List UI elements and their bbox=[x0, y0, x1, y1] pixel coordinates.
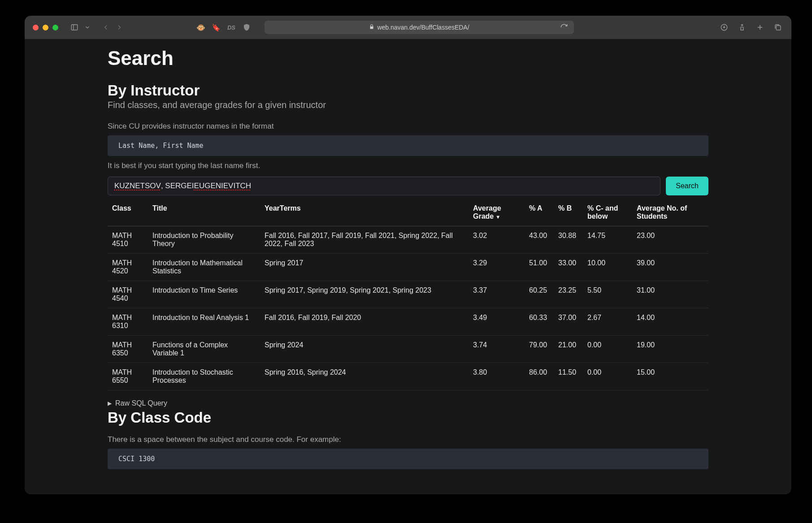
class-code-example: CSCI 1300 bbox=[108, 449, 708, 469]
table-row: MATH 4510Introduction to Probability The… bbox=[108, 226, 708, 254]
page-content: Search By Instructor Find classes, and a… bbox=[25, 39, 791, 494]
cell-title: Introduction to Stochastic Processes bbox=[148, 363, 260, 390]
svg-rect-5 bbox=[776, 26, 781, 30]
forward-button[interactable] bbox=[114, 22, 125, 33]
input-text-part: KUZNETSOV bbox=[114, 182, 161, 190]
page-title: Search bbox=[108, 47, 708, 69]
format-note-before: Since CU provides instructor names in th… bbox=[108, 122, 708, 131]
cell-pct-c: 0.00 bbox=[583, 363, 632, 390]
class-code-note: There is a space between the subject and… bbox=[108, 435, 708, 444]
browser-window: 🐵 🔖 DS web.navan.dev/BuffClassesEDA/ bbox=[25, 16, 791, 494]
cell-pct-b: 11.50 bbox=[554, 363, 583, 390]
cell-terms: Spring 2017, Spring 2019, Spring 2021, S… bbox=[260, 281, 469, 308]
cell-title: Introduction to Time Series bbox=[148, 281, 260, 308]
cell-avg: 3.74 bbox=[469, 336, 525, 363]
extension-icon-1[interactable]: 🐵 bbox=[195, 22, 206, 33]
tabs-overview-icon[interactable] bbox=[773, 22, 783, 33]
cell-avg: 3.02 bbox=[469, 226, 525, 254]
cell-students: 39.00 bbox=[632, 254, 708, 281]
raw-sql-disclosure[interactable]: ▶ Raw SQL Query bbox=[108, 399, 708, 407]
cell-class: MATH 4540 bbox=[108, 281, 148, 308]
class-code-heading: By Class Code bbox=[108, 409, 708, 426]
col-header-class[interactable]: Class bbox=[108, 199, 148, 226]
col-header-avg-grade[interactable]: Average Grade▼ bbox=[469, 199, 525, 226]
sidebar-toggle-icon[interactable] bbox=[69, 22, 80, 33]
traffic-lights bbox=[33, 25, 58, 30]
results-table: Class Title YearTerms Average Grade▼ % A… bbox=[108, 199, 708, 390]
back-button[interactable] bbox=[100, 22, 111, 33]
cell-title: Introduction to Probability Theory bbox=[148, 226, 260, 254]
cell-pct-c: 0.00 bbox=[583, 336, 632, 363]
cell-pct-a: 60.25 bbox=[525, 281, 554, 308]
share-icon[interactable] bbox=[737, 22, 747, 33]
cell-class: MATH 6310 bbox=[108, 308, 148, 336]
search-button[interactable]: Search bbox=[666, 177, 708, 195]
downloads-icon[interactable] bbox=[719, 22, 729, 33]
col-header-pct-b[interactable]: % B bbox=[554, 199, 583, 226]
cell-avg: 3.37 bbox=[469, 281, 525, 308]
shield-icon[interactable] bbox=[241, 22, 252, 33]
disclosure-label: Raw SQL Query bbox=[115, 399, 167, 407]
instructor-search-input[interactable]: KUZNETSOV, SERGEI EUGENIEVITCH bbox=[108, 177, 660, 195]
cell-pct-b: 23.25 bbox=[554, 281, 583, 308]
maximize-window-button[interactable] bbox=[52, 25, 58, 30]
extension-icon-3[interactable]: DS bbox=[226, 22, 237, 33]
col-header-title[interactable]: Title bbox=[148, 199, 260, 226]
format-example: Last Name, First Name bbox=[108, 135, 708, 156]
cell-avg: 3.49 bbox=[469, 308, 525, 336]
cell-terms: Spring 2024 bbox=[260, 336, 469, 363]
cell-pct-c: 5.50 bbox=[583, 281, 632, 308]
table-row: MATH 6550Introduction to Stochastic Proc… bbox=[108, 363, 708, 390]
minimize-window-button[interactable] bbox=[43, 25, 48, 30]
url-text: web.navan.dev/BuffClassesEDA/ bbox=[377, 24, 469, 31]
table-row: MATH 4540Introduction to Time SeriesSpri… bbox=[108, 281, 708, 308]
instructor-heading: By Instructor bbox=[108, 82, 708, 99]
cell-pct-c: 10.00 bbox=[583, 254, 632, 281]
cell-avg: 3.29 bbox=[469, 254, 525, 281]
disclosure-triangle-icon: ▶ bbox=[108, 400, 112, 406]
cell-students: 15.00 bbox=[632, 363, 708, 390]
format-note-after: It is best if you start typing the last … bbox=[108, 161, 708, 170]
col-header-pct-c[interactable]: % C- and below bbox=[583, 199, 632, 226]
cell-title: Introduction to Real Analysis 1 bbox=[148, 308, 260, 336]
cell-pct-a: 79.00 bbox=[525, 336, 554, 363]
input-text-part: , SERGEI bbox=[161, 182, 194, 190]
svg-rect-0 bbox=[71, 25, 78, 30]
cell-pct-b: 37.00 bbox=[554, 308, 583, 336]
cell-pct-a: 86.00 bbox=[525, 363, 554, 390]
cell-pct-b: 30.88 bbox=[554, 226, 583, 254]
cell-students: 19.00 bbox=[632, 336, 708, 363]
table-header-row: Class Title YearTerms Average Grade▼ % A… bbox=[108, 199, 708, 226]
col-header-terms[interactable]: YearTerms bbox=[260, 199, 469, 226]
cell-class: MATH 6550 bbox=[108, 363, 148, 390]
cell-pct-a: 51.00 bbox=[525, 254, 554, 281]
col-header-students[interactable]: Average No. of Students bbox=[632, 199, 708, 226]
cell-terms: Spring 2017 bbox=[260, 254, 469, 281]
titlebar: 🐵 🔖 DS web.navan.dev/BuffClassesEDA/ bbox=[25, 16, 791, 39]
cell-pct-a: 60.33 bbox=[525, 308, 554, 336]
cell-pct-a: 43.00 bbox=[525, 226, 554, 254]
cell-title: Introduction to Mathematical Statistics bbox=[148, 254, 260, 281]
extension-icon-2[interactable]: 🔖 bbox=[211, 22, 221, 33]
sort-desc-icon: ▼ bbox=[495, 214, 500, 220]
col-header-pct-a[interactable]: % A bbox=[525, 199, 554, 226]
table-row: MATH 6310Introduction to Real Analysis 1… bbox=[108, 308, 708, 336]
table-row: MATH 4520Introduction to Mathematical St… bbox=[108, 254, 708, 281]
reload-icon[interactable] bbox=[559, 22, 569, 33]
cell-class: MATH 6350 bbox=[108, 336, 148, 363]
cell-terms: Fall 2016, Fall 2017, Fall 2019, Fall 20… bbox=[260, 226, 469, 254]
cell-class: MATH 4520 bbox=[108, 254, 148, 281]
cell-avg: 3.80 bbox=[469, 363, 525, 390]
new-tab-icon[interactable] bbox=[755, 22, 765, 33]
input-text-part: EUGENIEVITCH bbox=[194, 182, 252, 190]
cell-class: MATH 4510 bbox=[108, 226, 148, 254]
instructor-subtitle: Find classes, and average grades for a g… bbox=[108, 100, 708, 110]
cell-students: 23.00 bbox=[632, 226, 708, 254]
close-window-button[interactable] bbox=[33, 25, 39, 30]
cell-terms: Fall 2016, Fall 2019, Fall 2020 bbox=[260, 308, 469, 336]
cell-pct-c: 2.67 bbox=[583, 308, 632, 336]
chevron-down-icon[interactable] bbox=[84, 22, 91, 33]
cell-pct-b: 33.00 bbox=[554, 254, 583, 281]
url-bar[interactable]: web.navan.dev/BuffClassesEDA/ bbox=[265, 21, 574, 34]
cell-students: 31.00 bbox=[632, 281, 708, 308]
